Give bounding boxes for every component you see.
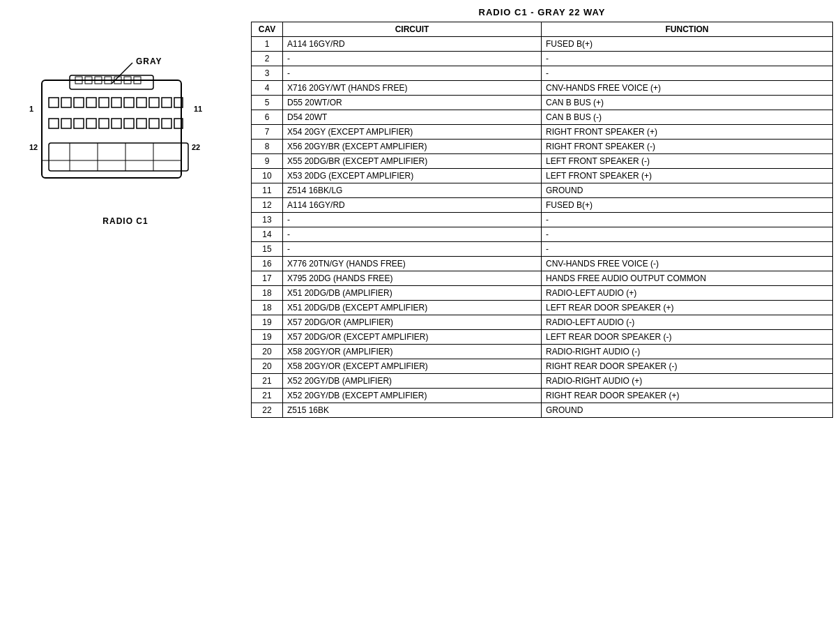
cell-circuit: X58 20GY/OR (EXCEPT AMPLIFIER) xyxy=(283,359,542,374)
table-row: 20X58 20GY/OR (EXCEPT AMPLIFIER)RIGHT RE… xyxy=(252,359,833,374)
cell-cav: 5 xyxy=(252,96,283,110)
cell-function: RIGHT FRONT SPEAKER (+) xyxy=(542,125,833,140)
cell-function: RADIO-RIGHT AUDIO (-) xyxy=(542,345,833,359)
cell-cav: 19 xyxy=(252,315,283,330)
radio-c1-label: RADIO C1 xyxy=(102,216,148,226)
svg-rect-34 xyxy=(149,119,159,128)
header-circuit: CIRCUIT xyxy=(283,22,542,37)
cell-cav: 3 xyxy=(252,66,283,81)
cell-circuit: X55 20DG/BR (EXCEPT AMPLIFIER) xyxy=(283,154,542,169)
cell-circuit: X51 20DG/DB (EXCEPT AMPLIFIER) xyxy=(283,301,542,315)
cell-circuit: - xyxy=(283,227,542,242)
cell-cav: 19 xyxy=(252,330,283,345)
cell-function: RIGHT REAR DOOR SPEAKER (-) xyxy=(542,359,833,374)
table-title: RADIO C1 - GRAY 22 WAY xyxy=(251,7,833,17)
svg-rect-17 xyxy=(74,98,84,107)
cell-cav: 4 xyxy=(252,81,283,96)
table-row: 7X54 20GY (EXCEPT AMPLIFIER)RIGHT FRONT … xyxy=(252,125,833,140)
right-panel: RADIO C1 - GRAY 22 WAY CAV CIRCUIT FUNCT… xyxy=(251,7,833,418)
svg-rect-24 xyxy=(162,98,171,107)
cell-function: RADIO-RIGHT AUDIO (+) xyxy=(542,374,833,389)
cell-cav: 18 xyxy=(252,301,283,315)
svg-rect-32 xyxy=(124,119,134,128)
table-row: 9X55 20DG/BR (EXCEPT AMPLIFIER)LEFT FRON… xyxy=(252,154,833,169)
cell-function: CNV-HANDS FREE VOICE (-) xyxy=(542,257,833,271)
connector-diagram: GRAY 1 12 11 2 xyxy=(28,49,223,202)
svg-rect-15 xyxy=(49,98,59,107)
cell-function: RADIO-LEFT AUDIO (-) xyxy=(542,315,833,330)
cell-cav: 13 xyxy=(252,213,283,227)
cell-circuit: D54 20WT xyxy=(283,110,542,125)
table-row: 13-- xyxy=(252,213,833,227)
cell-cav: 17 xyxy=(252,271,283,286)
table-row: 18X51 20DG/DB (EXCEPT AMPLIFIER)LEFT REA… xyxy=(252,301,833,315)
cell-function: RIGHT FRONT SPEAKER (-) xyxy=(542,140,833,154)
cell-circuit: X54 20GY (EXCEPT AMPLIFIER) xyxy=(283,125,542,140)
svg-rect-29 xyxy=(86,119,96,128)
cell-circuit: D55 20WT/OR xyxy=(283,96,542,110)
table-row: 12A114 16GY/RDFUSED B(+) xyxy=(252,198,833,213)
cell-cav: 14 xyxy=(252,227,283,242)
header-cav: CAV xyxy=(252,22,283,37)
table-row: 18X51 20DG/DB (AMPLIFIER)RADIO-LEFT AUDI… xyxy=(252,286,833,301)
svg-rect-30 xyxy=(99,119,109,128)
cell-function: - xyxy=(542,213,833,227)
cell-function: FUSED B(+) xyxy=(542,198,833,213)
circuit-table: CAV CIRCUIT FUNCTION 1A114 16GY/RDFUSED … xyxy=(251,22,833,418)
table-row: 20X58 20GY/OR (AMPLIFIER)RADIO-RIGHT AUD… xyxy=(252,345,833,359)
svg-rect-27 xyxy=(61,119,71,128)
cell-function: HANDS FREE AUDIO OUTPUT COMMON xyxy=(542,271,833,286)
cell-function: - xyxy=(542,52,833,66)
svg-rect-16 xyxy=(61,98,71,107)
table-row: 1A114 16GY/RDFUSED B(+) xyxy=(252,37,833,52)
cell-function: GROUND xyxy=(542,403,833,418)
svg-rect-28 xyxy=(74,119,84,128)
cell-function: LEFT FRONT SPEAKER (-) xyxy=(542,154,833,169)
svg-rect-35 xyxy=(162,119,171,128)
table-row: 19X57 20DG/OR (AMPLIFIER)RADIO-LEFT AUDI… xyxy=(252,315,833,330)
table-row: 10X53 20DG (EXCEPT AMPLIFIER)LEFT FRONT … xyxy=(252,169,833,183)
cell-cav: 21 xyxy=(252,389,283,403)
cell-function: CNV-HANDS FREE VOICE (+) xyxy=(542,81,833,96)
cell-function: - xyxy=(542,242,833,257)
cell-circuit: Z514 16BK/LG xyxy=(283,183,542,198)
cell-circuit: X52 20GY/DB (AMPLIFIER) xyxy=(283,374,542,389)
table-row: 16X776 20TN/GY (HANDS FREE)CNV-HANDS FRE… xyxy=(252,257,833,271)
cell-circuit: A114 16GY/RD xyxy=(283,198,542,213)
cell-circuit: X56 20GY/BR (EXCEPT AMPLIFIER) xyxy=(283,140,542,154)
cell-cav: 21 xyxy=(252,374,283,389)
cell-cav: 22 xyxy=(252,403,283,418)
cell-cav: 7 xyxy=(252,125,283,140)
cell-circuit: Z515 16BK xyxy=(283,403,542,418)
svg-rect-20 xyxy=(112,98,121,107)
cell-function: RADIO-LEFT AUDIO (+) xyxy=(542,286,833,301)
table-row: 6D54 20WTCAN B BUS (-) xyxy=(252,110,833,125)
table-row: 17X795 20DG (HANDS FREE)HANDS FREE AUDIO… xyxy=(252,271,833,286)
svg-rect-19 xyxy=(99,98,109,107)
svg-rect-31 xyxy=(112,119,121,128)
cell-circuit: - xyxy=(283,213,542,227)
cell-cav: 10 xyxy=(252,169,283,183)
table-row: 11Z514 16BK/LGGROUND xyxy=(252,183,833,198)
cell-circuit: X53 20DG (EXCEPT AMPLIFIER) xyxy=(283,169,542,183)
cell-cav: 1 xyxy=(252,37,283,52)
cell-function: LEFT REAR DOOR SPEAKER (-) xyxy=(542,330,833,345)
cell-cav: 20 xyxy=(252,345,283,359)
cell-cav: 16 xyxy=(252,257,283,271)
svg-rect-23 xyxy=(149,98,159,107)
svg-rect-26 xyxy=(49,119,59,128)
cell-function: RIGHT REAR DOOR SPEAKER (+) xyxy=(542,389,833,403)
cell-function: - xyxy=(542,66,833,81)
table-row: 19X57 20DG/OR (EXCEPT AMPLIFIER)LEFT REA… xyxy=(252,330,833,345)
cell-circuit: - xyxy=(283,52,542,66)
table-row: 21X52 20GY/DB (EXCEPT AMPLIFIER)RIGHT RE… xyxy=(252,389,833,403)
table-row: 14-- xyxy=(252,227,833,242)
cell-cav: 6 xyxy=(252,110,283,125)
cell-function: FUSED B(+) xyxy=(542,37,833,52)
cell-cav: 20 xyxy=(252,359,283,374)
table-row: 15-- xyxy=(252,242,833,257)
table-row: 22Z515 16BKGROUND xyxy=(252,403,833,418)
svg-text:11: 11 xyxy=(194,105,202,113)
cell-function: LEFT REAR DOOR SPEAKER (+) xyxy=(542,301,833,315)
cell-function: GROUND xyxy=(542,183,833,198)
